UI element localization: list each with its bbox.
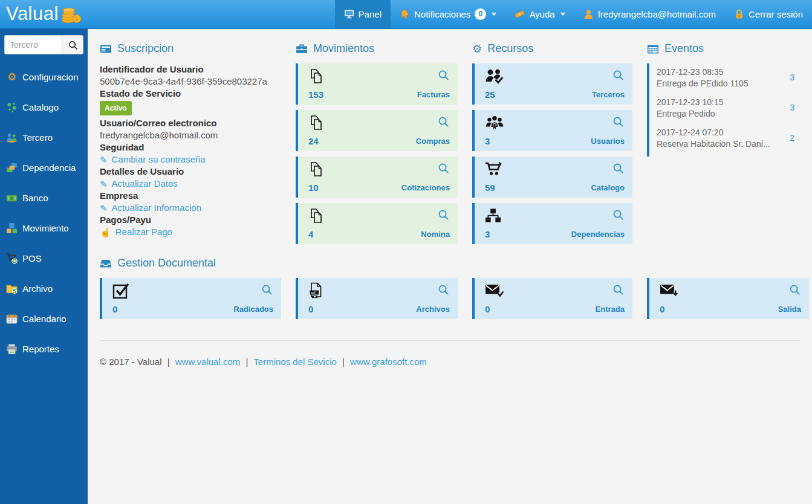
card-count: 24 xyxy=(308,136,319,146)
documents-icon xyxy=(308,115,324,131)
footer-link-terminos[interactable]: Terminos del Sevicio xyxy=(253,357,337,367)
card-count: 3 xyxy=(485,136,490,146)
card-label[interactable]: Catalogo xyxy=(591,183,625,192)
card-label[interactable]: Salida xyxy=(778,305,801,314)
suscripcion-fields: Identificador de Usuario 500b7e4e-9ca3-4… xyxy=(100,63,281,238)
sidebar-item-dependencia[interactable]: Dependencia xyxy=(0,152,88,183)
search-button[interactable] xyxy=(62,35,83,54)
magnifier-icon[interactable] xyxy=(612,69,625,82)
update-user-link[interactable]: ✎ Actualizar Datos xyxy=(100,178,281,190)
change-password-link[interactable]: ✎ Cambiar su contraseña xyxy=(100,153,281,166)
mail-in-icon xyxy=(485,283,504,299)
card-label[interactable]: Terceros xyxy=(592,90,625,99)
magnifier-icon[interactable] xyxy=(437,162,450,175)
magnifier-icon[interactable] xyxy=(437,69,450,82)
lock-icon xyxy=(734,9,744,19)
sidebar-item-movimiento[interactable]: Movimiento xyxy=(0,213,88,243)
nav-item-user[interactable]: fredyrangelcba@hotmail.com xyxy=(574,0,725,28)
card-label[interactable]: Entrada xyxy=(596,305,625,314)
top-navbar: Valual Panel Notificaciones 0 Ayuda fred… xyxy=(0,0,812,29)
sidebar-item-banco[interactable]: Banco xyxy=(0,183,88,213)
search-input[interactable] xyxy=(4,35,62,54)
calendar-icon xyxy=(6,313,18,325)
sidebar-item-reportes[interactable]: Reportes xyxy=(0,334,88,364)
sidebar-item-configuracion[interactable]: ⚙ Configuracion xyxy=(0,62,88,92)
movimientos-header: Movimientos xyxy=(296,42,458,55)
gear-icon: ⚙ xyxy=(472,44,482,54)
layers-icon xyxy=(6,162,18,173)
card-label[interactable]: Compras xyxy=(416,137,450,146)
brand-name: Valual xyxy=(6,3,59,25)
inbox-icon xyxy=(100,258,112,269)
card-count: 0 xyxy=(308,304,313,314)
card-label[interactable]: Nomina xyxy=(421,230,450,239)
field-label: Pagos/Payu xyxy=(100,214,281,226)
card-count: 0 xyxy=(112,304,117,314)
event-count: 2 xyxy=(790,133,794,143)
nav-help-label: Ayuda xyxy=(529,9,554,19)
hand-pointer-icon: ☝ xyxy=(100,228,111,237)
nav-logout-label: Cerrar sesión xyxy=(749,9,803,19)
event-date: 2017-12-23 10:15 xyxy=(657,97,782,108)
section-title: Suscripcion xyxy=(117,42,174,55)
nav-panel-label: Panel xyxy=(359,9,382,19)
event-count: 3 xyxy=(790,73,794,82)
event-item[interactable]: 2017-12-23 08:35 Entrega de PEdido 1105 … xyxy=(657,65,809,95)
notifications-badge: 0 xyxy=(475,8,486,20)
sidebar-item-pos[interactable]: POS xyxy=(0,243,88,273)
nav-notifications-label: Notificaciones xyxy=(414,9,470,19)
sidebar-item-catalogo[interactable]: Catalogo xyxy=(0,92,88,122)
chevron-down-icon xyxy=(492,13,496,16)
section-movimientos: Movimientos 153 Facturas 24 Compras 10 C… xyxy=(296,39,458,250)
sidebar-item-label: Dependencia xyxy=(22,163,76,173)
section-suscripcion: Suscripcion Identificador de Usuario 500… xyxy=(100,39,281,250)
gear-icon: ⚙ xyxy=(6,72,18,82)
footer-link-grafosoft[interactable]: www.grafosoft.com xyxy=(350,357,427,367)
card-label[interactable]: Archivos xyxy=(416,305,450,314)
magnifier-icon[interactable] xyxy=(612,162,625,175)
field-label: Seguridad xyxy=(100,141,281,153)
magnifier-icon[interactable] xyxy=(261,283,273,296)
sidebar-item-tercero[interactable]: Tercero xyxy=(0,122,88,152)
shopping-cart-icon xyxy=(485,161,503,177)
cash-icon xyxy=(6,192,18,204)
card-count: 25 xyxy=(485,89,495,100)
footer-divider xyxy=(100,340,800,341)
nav-item-panel[interactable]: Panel xyxy=(335,0,391,28)
sidebar-item-label: Calendario xyxy=(22,314,67,324)
make-payment-link[interactable]: ☝ Realizar Pago xyxy=(100,226,281,238)
section-eventos: Eventos 2017-12-23 08:35 Entrega de PEdi… xyxy=(647,39,809,250)
magnifier-icon[interactable] xyxy=(437,283,450,296)
event-date: 2017-12-24 07:20 xyxy=(657,127,782,138)
sitemap-icon xyxy=(485,208,501,224)
nav-item-notifications[interactable]: Notificaciones 0 xyxy=(391,0,505,28)
copyright-text: © 2017 - Valual xyxy=(100,357,162,367)
event-item[interactable]: 2017-12-23 10:15 Entrega Pedido 3 xyxy=(657,95,809,125)
card-label[interactable]: Usuarios xyxy=(591,137,625,146)
magnifier-icon[interactable] xyxy=(612,115,625,128)
search-icon xyxy=(68,40,78,50)
update-company-link[interactable]: ✎ Actualizar Informacion xyxy=(100,202,281,214)
brand-logo[interactable]: Valual xyxy=(0,0,84,28)
magnifier-icon[interactable] xyxy=(612,283,625,296)
card-count: 4 xyxy=(308,229,313,239)
sidebar-item-label: Configuracion xyxy=(22,72,79,82)
coins-icon xyxy=(60,4,82,24)
event-item[interactable]: 2017-12-24 07:20 Reserva Habitacion Sr. … xyxy=(657,125,809,155)
magnifier-icon[interactable] xyxy=(612,208,625,221)
card-label[interactable]: Cotizaciones xyxy=(401,183,450,192)
user-group-icon xyxy=(485,115,504,131)
nav-item-logout[interactable]: Cerrar sesión xyxy=(725,0,812,28)
magnifier-icon[interactable] xyxy=(437,208,450,221)
sidebar-item-calendario[interactable]: Calendario xyxy=(0,303,88,334)
nav-item-help[interactable]: Ayuda xyxy=(505,0,574,28)
card-label[interactable]: Facturas xyxy=(417,90,450,99)
sidebar-item-archivo[interactable]: Archivo xyxy=(0,273,88,303)
monitor-icon xyxy=(344,9,354,19)
card-usuarios: 3 Usuarios xyxy=(472,110,632,151)
magnifier-icon[interactable] xyxy=(788,283,801,296)
card-label[interactable]: Dependencias xyxy=(571,230,625,239)
magnifier-icon[interactable] xyxy=(437,115,450,128)
footer-link-valual[interactable]: www.valual.com xyxy=(175,357,241,367)
card-label[interactable]: Radicados xyxy=(233,305,273,314)
